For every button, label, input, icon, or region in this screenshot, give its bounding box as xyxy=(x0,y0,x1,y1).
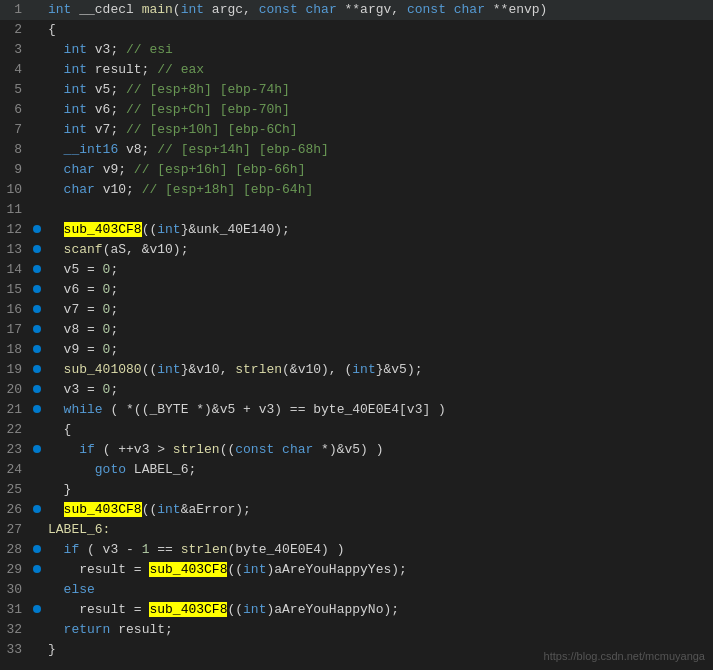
plain-token: result = xyxy=(48,602,149,617)
keyword-token: int xyxy=(48,2,71,17)
breakpoint-dot[interactable] xyxy=(30,445,44,453)
line-number: 33 xyxy=(0,640,30,660)
code-line: 12 sub_403CF8((int}&unk_40E140); xyxy=(0,220,713,240)
code-line: 14 v5 = 0; xyxy=(0,260,713,280)
keyword-token: char xyxy=(64,162,95,177)
code-text: char v10; // [esp+18h] [ebp-64h] xyxy=(44,180,713,200)
plain-token: ; xyxy=(110,262,118,277)
function-token: strlen xyxy=(181,542,228,557)
line-number: 12 xyxy=(0,220,30,240)
plain-token: )aAreYouHappyYes); xyxy=(266,562,406,577)
code-text: int v5; // [esp+8h] [ebp-74h] xyxy=(44,80,713,100)
plain-token: unk_40E140); xyxy=(196,222,290,237)
breakpoint-dot[interactable] xyxy=(30,345,44,353)
function-token: sub_401080 xyxy=(64,362,142,377)
function-token: main xyxy=(142,2,173,17)
breakpoint-dot[interactable] xyxy=(30,405,44,413)
code-text: sub_401080((int}&v10, strlen(&v10), (int… xyxy=(44,360,713,380)
keyword-token: int xyxy=(64,82,87,97)
breakpoint-dot[interactable] xyxy=(30,285,44,293)
keyword-token: int xyxy=(157,362,180,377)
code-line: 15 v6 = 0; xyxy=(0,280,713,300)
line-number: 22 xyxy=(0,420,30,440)
line-number: 6 xyxy=(0,100,30,120)
plain-token: v8 = xyxy=(48,322,103,337)
code-text: v9 = 0; xyxy=(44,340,713,360)
plain-token xyxy=(48,542,64,557)
comment-token: // [esp+8h] [ebp-74h] xyxy=(126,82,290,97)
breakpoint-dot[interactable] xyxy=(30,505,44,513)
breakpoint-dot[interactable] xyxy=(30,225,44,233)
code-line: 28 if ( v3 - 1 == strlen(byte_40E0E4) ) xyxy=(0,540,713,560)
plain-token: (( xyxy=(227,602,243,617)
code-line: 30 else xyxy=(0,580,713,600)
line-number: 27 xyxy=(0,520,30,540)
code-text: v6 = 0; xyxy=(44,280,713,300)
plain-token: v5; xyxy=(87,82,126,97)
code-line: 24 goto LABEL_6; xyxy=(0,460,713,480)
plain-token: (byte_40E0E4) ) xyxy=(227,542,344,557)
plain-token: v9; xyxy=(95,162,134,177)
code-text: scanf(aS, &v10); xyxy=(44,240,713,260)
plain-token: ; xyxy=(110,302,118,317)
keyword-token: char xyxy=(64,182,95,197)
code-line: 8 __int16 v8; // [esp+14h] [ebp-68h] xyxy=(0,140,713,160)
plain-token xyxy=(48,402,64,417)
plain-token: v10; xyxy=(95,182,142,197)
keyword-token: int xyxy=(352,362,375,377)
plain-token: *)&v5) ) xyxy=(313,442,383,457)
breakpoint-dot[interactable] xyxy=(30,565,44,573)
keyword-token: const xyxy=(235,442,274,457)
plain-token: } xyxy=(48,482,71,497)
highlighted-token: sub_403CF8 xyxy=(64,222,142,237)
function-token: strlen xyxy=(235,362,282,377)
code-line: 27LABEL_6: xyxy=(0,520,713,540)
keyword-token: goto xyxy=(95,462,126,477)
breakpoint-dot[interactable] xyxy=(30,305,44,313)
line-number: 10 xyxy=(0,180,30,200)
code-line: 26 sub_403CF8((int&aError); xyxy=(0,500,713,520)
plain-token: { xyxy=(48,22,56,37)
code-container: 1int __cdecl main(int argc, const char *… xyxy=(0,0,713,660)
code-line: 19 sub_401080((int}&v10, strlen(&v10), (… xyxy=(0,360,713,380)
highlighted-token: sub_403CF8 xyxy=(149,562,227,577)
breakpoint-dot[interactable] xyxy=(30,265,44,273)
code-text: LABEL_6: xyxy=(44,520,713,540)
keyword-token: __int16 xyxy=(64,142,119,157)
code-text: result = sub_403CF8((int)aAreYouHappyYes… xyxy=(44,560,713,580)
line-number: 23 xyxy=(0,440,30,460)
line-number: 30 xyxy=(0,580,30,600)
line-number: 15 xyxy=(0,280,30,300)
plain-token: ; xyxy=(110,382,118,397)
keyword-token: int xyxy=(64,62,87,77)
keyword-token: int xyxy=(64,42,87,57)
plain-token: } xyxy=(48,642,56,657)
keyword-token: int xyxy=(243,562,266,577)
code-text: int result; // eax xyxy=(44,60,713,80)
comment-token: // [esp+14h] [ebp-68h] xyxy=(157,142,329,157)
breakpoint-dot[interactable] xyxy=(30,605,44,613)
plain-token xyxy=(48,102,64,117)
breakpoint-dot[interactable] xyxy=(30,365,44,373)
plain-token: { xyxy=(48,422,71,437)
line-number: 2 xyxy=(0,20,30,40)
code-line: 16 v7 = 0; xyxy=(0,300,713,320)
line-number: 17 xyxy=(0,320,30,340)
breakpoint-dot[interactable] xyxy=(30,325,44,333)
plain-token: ( xyxy=(173,2,181,17)
keyword-token: int xyxy=(64,122,87,137)
code-text: { xyxy=(44,420,713,440)
line-number: 20 xyxy=(0,380,30,400)
code-text: __int16 v8; // [esp+14h] [ebp-68h] xyxy=(44,140,713,160)
code-text: v3 = 0; xyxy=(44,380,713,400)
code-text: int v7; // [esp+10h] [ebp-6Ch] xyxy=(44,120,713,140)
label-token: LABEL_6: xyxy=(48,522,110,537)
plain-token: ; xyxy=(110,282,118,297)
breakpoint-dot[interactable] xyxy=(30,545,44,553)
comment-token: // eax xyxy=(157,62,204,77)
code-line: 1int __cdecl main(int argc, const char *… xyxy=(0,0,713,20)
breakpoint-dot[interactable] xyxy=(30,245,44,253)
code-line: 25 } xyxy=(0,480,713,500)
highlighted-token: sub_403CF8 xyxy=(64,502,142,517)
breakpoint-dot[interactable] xyxy=(30,385,44,393)
